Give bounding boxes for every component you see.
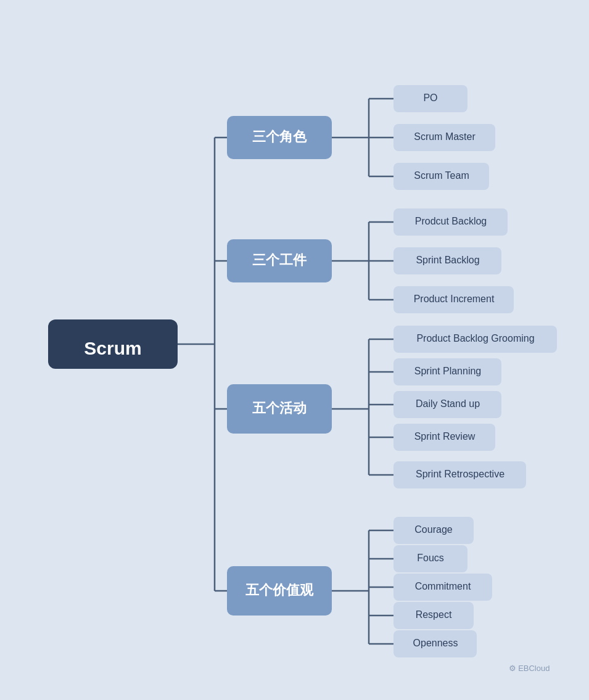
leaf-label-openness: Openness [413, 638, 458, 648]
category-label-cat2: 三个工件 [252, 252, 307, 268]
leaf-label-focus: Foucs [417, 553, 444, 563]
watermark-label: ⚙ EBCloud [508, 664, 550, 673]
leaf-label-sprint-backlog: Sprint Backlog [416, 255, 479, 265]
leaf-label-courage: Courage [414, 524, 452, 535]
leaf-label-product-increment: Product Increment [413, 294, 494, 304]
leaf-label-scrum-team: Scrum Team [414, 170, 469, 181]
leaf-label-sprint-review: Sprint Review [414, 431, 475, 442]
leaf-label-product-backlog: Prodcut Backlog [414, 216, 487, 226]
leaf-label-po: PO [423, 93, 437, 103]
category-label-cat3: 五个活动 [252, 400, 307, 416]
category-label-cat1: 三个角色 [252, 129, 307, 144]
leaf-label-sprint-retrospective: Sprint Retrospective [415, 469, 504, 479]
root-label: Scrum [84, 338, 141, 358]
leaf-label-respect: Respect [415, 609, 451, 620]
category-label-cat4: 五个价值观 [245, 582, 314, 598]
leaf-label-sprint-planning: Sprint Planning [414, 366, 481, 376]
leaf-label-commitment: Commitment [414, 581, 471, 591]
leaf-label-backlog-grooming: Product Backlog Grooming [416, 333, 534, 344]
scrum-mindmap-svg: Scrum 三个角色 PO Scrum Master [23, 25, 579, 678]
leaf-label-scrum-master: Scrum Master [414, 131, 476, 142]
mind-map-diagram: Scrum 三个角色 PO Scrum Master [11, 0, 579, 700]
leaf-label-daily-standup: Daily Stand up [415, 398, 479, 409]
